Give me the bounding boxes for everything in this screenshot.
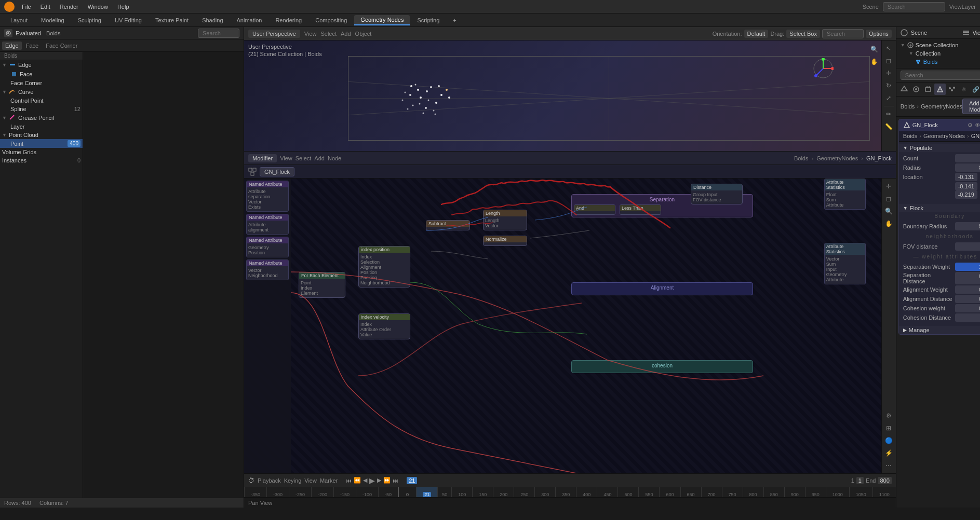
manage-header[interactable]: ▶ Manage <box>899 326 980 334</box>
spreadsheet-search[interactable] <box>198 29 239 38</box>
tab-rendering[interactable]: Rendering <box>269 16 308 25</box>
play-end-btn[interactable]: ⏭ <box>393 477 398 484</box>
cohesion-distance-value[interactable]: 1 m <box>955 313 980 322</box>
tab-animation[interactable]: Animation <box>231 16 269 25</box>
normalize-node[interactable]: Normalize <box>483 236 527 246</box>
blender-kit-2[interactable]: ⊞ <box>883 422 894 434</box>
align-weight-value[interactable]: 0.000 <box>955 285 980 294</box>
viewport-search[interactable] <box>822 29 864 38</box>
node-tool-3[interactable]: 🔍 <box>883 206 894 217</box>
prop-physics-icon[interactable]: ⚛ <box>958 84 970 95</box>
outliner-item-face-corner[interactable]: Face Corner <box>0 79 83 87</box>
attr-node-1[interactable]: Named Attribute Attributeseparation Vect… <box>246 181 289 212</box>
index-position-node[interactable]: index position IndexSelectionAlignmentPo… <box>358 246 410 288</box>
scale-tool[interactable]: ⤢ <box>883 92 894 104</box>
pan-icon[interactable]: ✋ <box>869 56 880 67</box>
attr-node-2[interactable]: Named Attribute Attributealignment <box>246 214 289 235</box>
sep-distance-value[interactable]: 0.5 m <box>955 272 980 284</box>
measure-tool[interactable]: 📏 <box>883 121 894 132</box>
playback-btn[interactable]: Playback <box>258 477 281 484</box>
node-tool-2[interactable]: ◻ <box>883 193 894 204</box>
scene-collection-item[interactable]: ▼ Scene Collection 👁 ○ <box>901 41 980 49</box>
add-btn[interactable]: Add <box>341 31 351 37</box>
outliner-item-layer[interactable]: Layer <box>0 122 83 131</box>
tab-texture-paint[interactable]: Texture Paint <box>149 16 195 25</box>
end-frame[interactable]: 800 <box>878 477 891 484</box>
prop-scene-icon[interactable] <box>898 84 910 95</box>
add-modifier-btn[interactable]: Add Modifier <box>962 99 980 114</box>
marker-btn[interactable]: Marker <box>320 477 338 484</box>
prop-output-icon[interactable] <box>922 84 934 95</box>
tab-layout[interactable]: Layout <box>4 16 34 25</box>
prop-modifier-icon[interactable] <box>934 84 946 95</box>
cursor-tool[interactable]: ↖ <box>883 43 894 54</box>
menu-file[interactable]: File <box>18 3 35 11</box>
orientation-btn[interactable]: Default <box>744 30 769 38</box>
type-tab-face-corner[interactable]: Face Corner <box>43 42 80 50</box>
attr-node-4[interactable]: Named Attribute VectorNeighborhood <box>246 259 289 280</box>
current-frame[interactable]: 21 <box>407 477 417 484</box>
rotate-tool[interactable]: ↻ <box>883 80 894 91</box>
boundary-radius-value[interactable]: 5.240 <box>955 222 980 230</box>
cohesion-weight-value[interactable]: 0.000 <box>955 304 980 312</box>
menu-help[interactable]: Help <box>113 3 133 11</box>
start-frame[interactable]: 1 <box>856 477 864 484</box>
boids-object-item[interactable]: Boids 👁 ○ ⚙ <box>901 58 980 66</box>
index-velocity-node[interactable]: index velocity IndexAttribute OrderValue <box>358 313 410 339</box>
tab-sculpting[interactable]: Sculpting <box>72 16 108 25</box>
flock-header[interactable]: ▼ Flock <box>899 204 980 212</box>
count-value[interactable]: 400 <box>955 154 980 162</box>
blender-kit-4[interactable]: ⚡ <box>883 447 894 459</box>
outliner-item-spline[interactable]: Spline 12 <box>0 105 83 113</box>
type-tab-edge[interactable]: Edge <box>2 42 22 50</box>
outliner-item-face[interactable]: Face <box>0 70 83 79</box>
sep-weight-value[interactable]: 1.000 <box>955 263 980 271</box>
subtract-node[interactable]: Subtract <box>426 220 470 230</box>
tab-compositing[interactable]: Compositing <box>309 16 353 25</box>
outliner-item-edge[interactable]: ▼ Edge <box>0 60 83 70</box>
loc-y[interactable]: -0.141 <box>955 182 977 190</box>
for-each-node[interactable]: For Each Element PointIndexElement <box>299 272 345 298</box>
play-next-key-btn[interactable]: ▶ <box>377 477 381 484</box>
properties-search[interactable] <box>901 71 980 80</box>
node-tool-1[interactable]: ✛ <box>883 181 894 192</box>
view-btn-timeline[interactable]: View <box>304 477 317 484</box>
tab-add[interactable]: + <box>447 16 462 25</box>
play-next-btn[interactable]: ⏩ <box>383 477 391 484</box>
blender-kit-3[interactable]: 🔵 <box>883 435 894 446</box>
align-distance-value[interactable]: 0.3 m <box>955 295 980 303</box>
modifier-settings-btn[interactable]: ⚙ <box>968 122 973 129</box>
play-prev-btn[interactable]: ⏪ <box>354 477 361 484</box>
annotate-tool[interactable]: ✏ <box>883 108 894 120</box>
play-prev-key-btn[interactable]: ◀ <box>363 477 367 484</box>
options-btn[interactable]: Options <box>866 30 892 38</box>
loc-z[interactable]: -0.219 <box>955 190 977 199</box>
node-node-btn[interactable]: Node <box>328 155 341 161</box>
tab-geometry-nodes[interactable]: Geometry Nodes <box>354 15 410 25</box>
menu-render[interactable]: Render <box>56 3 83 11</box>
attr-stat-node-1[interactable]: Attribute Statistics FloatSumAttribute <box>824 179 866 210</box>
node-select-btn[interactable]: Select <box>296 155 312 161</box>
sep-and-node[interactable]: And <box>574 204 615 215</box>
outliner-item-grease-pencil[interactable]: ▼ Grease Pencil <box>0 113 83 122</box>
outliner-item-point-cloud[interactable]: ▼ Point Cloud <box>0 131 83 139</box>
outliner-item-volume-grids[interactable]: Volume Grids <box>0 148 83 156</box>
modifier-eye-btn[interactable]: 👁 <box>975 122 980 129</box>
node-view-btn[interactable]: View <box>280 155 292 161</box>
blender-kit-1[interactable]: ⚙ <box>883 410 894 421</box>
node-canvas[interactable]: Named Attribute Attributeseparation Vect… <box>244 179 881 473</box>
outliner-item-control-point[interactable]: Control Point <box>0 97 83 105</box>
outliner-item-curve[interactable]: ▼ Curve <box>0 87 83 97</box>
tab-uv-editing[interactable]: UV Editing <box>109 16 148 25</box>
prop-render-icon[interactable] <box>910 84 922 95</box>
prop-particles-icon[interactable] <box>946 84 958 95</box>
modifier-mode-btn[interactable]: Modifier <box>248 154 277 162</box>
sep-lessthan-node[interactable]: Less Than <box>620 204 661 215</box>
object-btn[interactable]: Object <box>355 31 372 37</box>
tab-modeling[interactable]: Modeling <box>35 16 71 25</box>
view-btn[interactable]: View <box>304 31 317 37</box>
tab-shading[interactable]: Shading <box>196 16 229 25</box>
play-btn[interactable]: ▶ <box>369 476 375 485</box>
node-tab-gn-flock[interactable]: GN_Flock <box>260 167 294 176</box>
fov-distance-value[interactable]: 1 m <box>955 242 980 251</box>
